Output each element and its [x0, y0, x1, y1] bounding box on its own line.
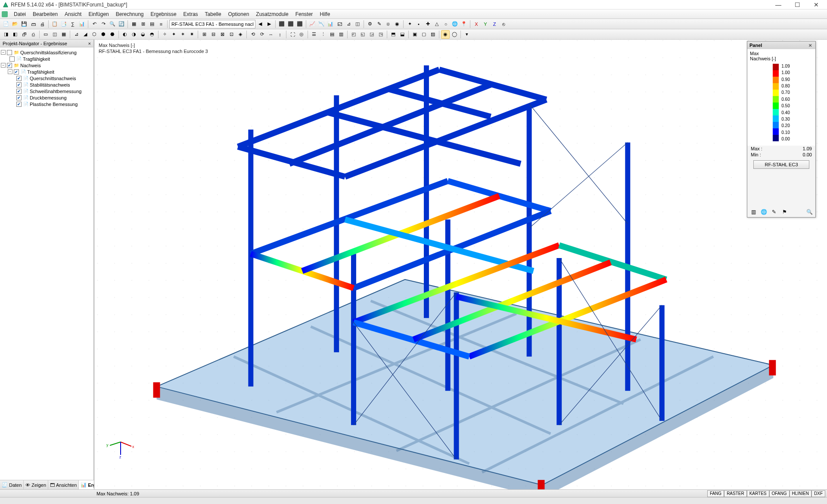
- close-button[interactable]: ✕: [811, 1, 822, 8]
- prev-icon[interactable]: ◀: [256, 20, 264, 28]
- tb2-23-icon[interactable]: ⊠: [218, 30, 227, 39]
- diag6-icon[interactable]: ◫: [353, 20, 362, 28]
- minimize-button[interactable]: —: [773, 1, 784, 8]
- menu-berechnung[interactable]: Berechnung: [112, 10, 147, 18]
- tb2-1-icon[interactable]: ◨: [2, 30, 10, 39]
- panel-edit-icon[interactable]: ✎: [771, 208, 777, 215]
- tb2-34-icon[interactable]: ▤: [328, 30, 336, 39]
- pin-icon[interactable]: 📍: [460, 20, 468, 28]
- tb2-32-icon[interactable]: ☰: [310, 30, 318, 39]
- checkbox[interactable]: [16, 89, 22, 94]
- diag2-icon[interactable]: 📉: [317, 20, 326, 28]
- menu-tabelle[interactable]: Tabelle: [202, 10, 225, 18]
- tree-node-stabilitaetsnachweis[interactable]: 📄 Stabilitätsnachweis: [0, 81, 93, 88]
- tb2-29-icon[interactable]: ↕: [276, 30, 284, 39]
- tb2-15-icon[interactable]: ◒: [139, 30, 147, 39]
- redo-icon[interactable]: ↷: [99, 20, 108, 28]
- tool2-icon[interactable]: ✎: [375, 20, 383, 28]
- tb2-2-icon[interactable]: ◧: [11, 30, 19, 39]
- collapse-icon[interactable]: −: [1, 63, 6, 68]
- tb2-22-icon[interactable]: ⊟: [209, 30, 218, 39]
- tb2-30-icon[interactable]: ⛶: [288, 30, 297, 39]
- tb2-12-icon[interactable]: ⬣: [108, 30, 117, 39]
- tab-ansichten[interactable]: 🗔Ansichten: [48, 480, 79, 489]
- tb2-46-icon[interactable]: ◯: [450, 30, 459, 39]
- print-icon[interactable]: 🖨: [38, 20, 47, 28]
- tb2-37-icon[interactable]: ◱: [358, 30, 367, 39]
- diag4-icon[interactable]: 🗠: [335, 20, 344, 28]
- snap-dxf[interactable]: DXF: [811, 490, 825, 497]
- tb2-31-icon[interactable]: ◎: [297, 30, 306, 39]
- tb2-47-icon[interactable]: ▾: [463, 30, 471, 39]
- panel-flag-icon[interactable]: ⚑: [781, 208, 788, 215]
- tb2-44-icon[interactable]: ▨: [429, 30, 437, 39]
- tb2-25-icon[interactable]: ◈: [236, 30, 245, 39]
- axis-icon[interactable]: ✦: [405, 20, 414, 28]
- panel-module-button[interactable]: RF-STAHL EC3: [753, 160, 809, 169]
- tb2-40-icon[interactable]: ⬒: [389, 30, 398, 39]
- cross-icon[interactable]: ✚: [423, 20, 432, 28]
- snap-ofang[interactable]: OFANG: [769, 490, 790, 497]
- grid-icon[interactable]: ▤: [148, 20, 156, 28]
- sheet-icon[interactable]: ▦: [130, 20, 138, 28]
- tb2-14-icon[interactable]: ◑: [130, 30, 138, 39]
- snap-raster[interactable]: RASTER: [724, 490, 747, 497]
- undo-icon[interactable]: ↶: [90, 20, 99, 28]
- collapse-icon[interactable]: −: [8, 69, 12, 74]
- maximize-button[interactable]: ☐: [792, 1, 803, 8]
- tb2-5-icon[interactable]: ▭: [41, 30, 50, 39]
- menu-datei[interactable]: Datei: [10, 10, 29, 18]
- loadcase-combo[interactable]: [169, 20, 255, 28]
- checkbox[interactable]: [9, 56, 15, 62]
- tool3-icon[interactable]: ⛭: [384, 20, 392, 28]
- tb2-39-icon[interactable]: ◳: [376, 30, 385, 39]
- tree-node-druckbemessung[interactable]: 📄 Druckbemessung: [0, 94, 93, 101]
- menu-bearbeiten[interactable]: Bearbeiten: [29, 10, 61, 18]
- refresh-icon[interactable]: 🔄: [117, 20, 126, 28]
- menu-ansicht[interactable]: Ansicht: [61, 10, 85, 18]
- tb2-28-icon[interactable]: ↔: [267, 30, 275, 39]
- menu-einfuegen[interactable]: Einfügen: [85, 10, 112, 18]
- tb2-19-icon[interactable]: ✶: [178, 30, 187, 39]
- tb2-10-icon[interactable]: ⬡: [90, 30, 99, 39]
- calc-icon[interactable]: ∑: [68, 20, 77, 28]
- open-icon[interactable]: 📂: [11, 20, 19, 28]
- tb2-33-icon[interactable]: ⋮: [319, 30, 327, 39]
- tb2-42-icon[interactable]: ▣: [410, 30, 419, 39]
- checkbox[interactable]: [16, 102, 22, 107]
- checkbox[interactable]: [16, 76, 22, 81]
- tb2-20-icon[interactable]: ✷: [187, 30, 196, 39]
- report-icon[interactable]: 📊: [78, 20, 86, 28]
- tool4-icon[interactable]: ◉: [393, 20, 401, 28]
- tb2-27-icon[interactable]: ⟳: [258, 30, 266, 39]
- tb2-26-icon[interactable]: ⟲: [249, 30, 257, 39]
- new-icon[interactable]: 📄: [2, 20, 10, 28]
- tb2-36-icon[interactable]: ◰: [349, 30, 358, 39]
- save-icon[interactable]: 💾: [20, 20, 28, 28]
- navigator-close-icon[interactable]: ×: [88, 41, 91, 46]
- tb2-21-icon[interactable]: ⊞: [200, 30, 208, 39]
- tree-node-tragfaehigkeit-1[interactable]: 📄 Tragfähigkeit: [0, 56, 93, 62]
- list-icon[interactable]: ≡: [157, 20, 165, 28]
- find-icon[interactable]: 🔍: [108, 20, 117, 28]
- checkbox[interactable]: [14, 69, 19, 75]
- result-b-icon[interactable]: ⬛: [286, 20, 295, 28]
- result-a-icon[interactable]: ⬛: [277, 20, 286, 28]
- circle-icon[interactable]: ○: [441, 20, 450, 28]
- triangle-icon[interactable]: △: [432, 20, 441, 28]
- menu-fenster[interactable]: Fenster: [292, 10, 317, 18]
- snap-kartes[interactable]: KARTES: [747, 490, 769, 497]
- tb2-7-icon[interactable]: ▦: [59, 30, 68, 39]
- tb2-45-icon[interactable]: ◉: [441, 30, 450, 39]
- menu-ergebnisse[interactable]: Ergebnisse: [147, 10, 180, 18]
- menu-optionen[interactable]: Optionen: [225, 10, 253, 18]
- tb2-3-icon[interactable]: 🗗: [20, 30, 28, 39]
- tab-zeigen[interactable]: 👁Zeigen: [24, 480, 48, 489]
- globe-icon[interactable]: 🌐: [451, 20, 459, 28]
- tb2-17-icon[interactable]: ✧: [160, 30, 169, 39]
- node-icon[interactable]: •: [414, 20, 423, 28]
- menu-extras[interactable]: Extras: [180, 10, 202, 18]
- tree-node-nachweis[interactable]: − 📁 Nachweis: [0, 62, 93, 68]
- tb2-24-icon[interactable]: ⊡: [227, 30, 236, 39]
- checkbox[interactable]: [16, 82, 22, 87]
